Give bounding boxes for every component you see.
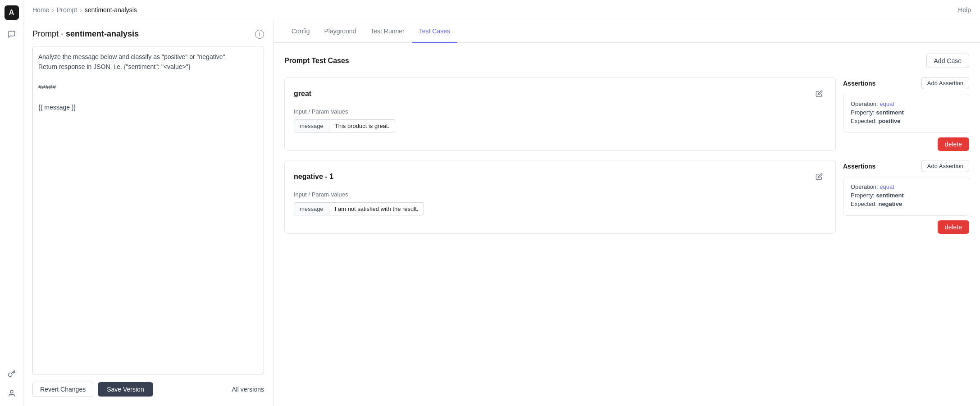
- chat-icon[interactable]: [5, 27, 19, 41]
- assertion-operation-value-1: equal: [880, 100, 894, 107]
- separator-1: ›: [52, 6, 54, 14]
- assertion-property-1: Property: sentiment: [851, 109, 962, 116]
- assertion-operation-value-2: equal: [880, 183, 894, 190]
- sidebar: A: [0, 0, 23, 406]
- test-case-card-1: great Input / Param Values message This …: [284, 77, 836, 151]
- assertion-operation-2: Operation: equal: [851, 183, 962, 190]
- info-icon[interactable]: i: [255, 30, 264, 39]
- assertion-section-1: Assertions Add Assertion Operation: equa…: [843, 77, 969, 151]
- test-cases-panel: Prompt Test Cases Add Case great: [273, 43, 980, 406]
- param-key-2: message: [294, 202, 329, 215]
- breadcrumb-prompt[interactable]: Prompt: [57, 6, 77, 14]
- separator-2: ›: [80, 6, 82, 14]
- tab-config[interactable]: Config: [284, 20, 317, 43]
- delete-btn-wrap-1: delete: [843, 137, 969, 151]
- assertion-property-value-2: sentiment: [876, 192, 903, 199]
- param-value-1: This product is great.: [329, 119, 395, 132]
- prompt-title-prefix: Prompt -: [32, 29, 66, 38]
- svg-point-0: [10, 390, 13, 393]
- revert-button[interactable]: Revert Changes: [32, 382, 93, 397]
- left-panel-footer: Revert Changes Save Version All versions: [32, 382, 264, 397]
- delete-btn-wrap-2: delete: [843, 220, 969, 234]
- assertion-expected-value-2: negative: [878, 201, 902, 207]
- app-logo[interactable]: A: [5, 5, 19, 20]
- param-label-2: Input / Param Values: [294, 191, 826, 198]
- assertion-expected-1: Expected: positive: [851, 118, 962, 124]
- all-versions-button[interactable]: All versions: [232, 386, 264, 393]
- assertion-expected-value-1: positive: [878, 118, 900, 124]
- assertion-property-2: Property: sentiment: [851, 192, 962, 199]
- param-row-1: message This product is great.: [294, 119, 826, 132]
- assertion-section-1-header: Assertions Add Assertion: [843, 77, 969, 89]
- test-cases-header: Prompt Test Cases Add Case: [284, 54, 969, 68]
- test-case-row: great Input / Param Values message This …: [284, 77, 969, 151]
- breadcrumb-current: sentiment-analysis: [85, 6, 137, 14]
- key-icon[interactable]: [5, 366, 19, 381]
- test-case-card-1-header: great: [294, 87, 826, 101]
- edit-case-2-icon[interactable]: [812, 169, 826, 184]
- assertion-card-2: Operation: equal Property: sentiment Exp…: [843, 177, 969, 216]
- assertion-operation-1: Operation: equal: [851, 100, 962, 107]
- add-assertion-2-button[interactable]: Add Assertion: [921, 160, 969, 172]
- assertion-expected-2: Expected: negative: [851, 201, 962, 207]
- assertion-property-value-1: sentiment: [876, 109, 903, 116]
- right-panel: Config Playground Test Runner Test Cases…: [273, 20, 980, 406]
- tab-test-runner[interactable]: Test Runner: [363, 20, 411, 43]
- assertions-title-2: Assertions: [843, 163, 875, 170]
- add-assertion-1-button[interactable]: Add Assertion: [921, 77, 969, 89]
- user-icon[interactable]: [5, 386, 19, 401]
- tabs: Config Playground Test Runner Test Cases: [273, 20, 980, 43]
- param-value-2: I am not satisfied with the result.: [329, 202, 424, 215]
- breadcrumb-home[interactable]: Home: [32, 6, 49, 14]
- prompt-title-name: sentiment-analysis: [66, 29, 139, 38]
- prompt-title: Prompt - sentiment-analysis: [32, 29, 139, 39]
- param-row-2: message I am not satisfied with the resu…: [294, 202, 826, 215]
- assertion-card-1: Operation: equal Property: sentiment Exp…: [843, 94, 969, 133]
- test-case-row-2: negative - 1 Input / Param Values messag…: [284, 160, 969, 234]
- delete-assertion-1-button[interactable]: delete: [938, 137, 969, 151]
- test-case-name-1: great: [294, 90, 311, 98]
- breadcrumb: Home › Prompt › sentiment-analysis Help: [23, 0, 980, 20]
- left-panel: Prompt - sentiment-analysis i Analyze th…: [23, 20, 273, 406]
- test-case-name-2: negative - 1: [294, 173, 333, 181]
- test-case-card-2: negative - 1 Input / Param Values messag…: [284, 160, 836, 234]
- param-label-1: Input / Param Values: [294, 108, 826, 115]
- delete-assertion-2-button[interactable]: delete: [938, 220, 969, 234]
- tab-playground[interactable]: Playground: [317, 20, 363, 43]
- tab-test-cases[interactable]: Test Cases: [412, 20, 457, 43]
- param-key-1: message: [294, 119, 329, 132]
- test-case-card-2-header: negative - 1: [294, 169, 826, 184]
- save-version-button[interactable]: Save Version: [98, 382, 153, 397]
- content-area: Prompt - sentiment-analysis i Analyze th…: [23, 20, 980, 406]
- edit-case-1-icon[interactable]: [812, 87, 826, 101]
- assertions-title-1: Assertions: [843, 80, 875, 87]
- prompt-textarea[interactable]: Analyze the message below and classify a…: [32, 46, 264, 374]
- main-content: Home › Prompt › sentiment-analysis Help …: [23, 0, 980, 406]
- left-panel-header: Prompt - sentiment-analysis i: [32, 29, 264, 39]
- test-cases-title: Prompt Test Cases: [284, 57, 349, 65]
- add-case-button[interactable]: Add Case: [926, 54, 969, 68]
- assertion-section-2-header: Assertions Add Assertion: [843, 160, 969, 172]
- help-link[interactable]: Help: [958, 6, 971, 14]
- assertion-section-2: Assertions Add Assertion Operation: equa…: [843, 160, 969, 234]
